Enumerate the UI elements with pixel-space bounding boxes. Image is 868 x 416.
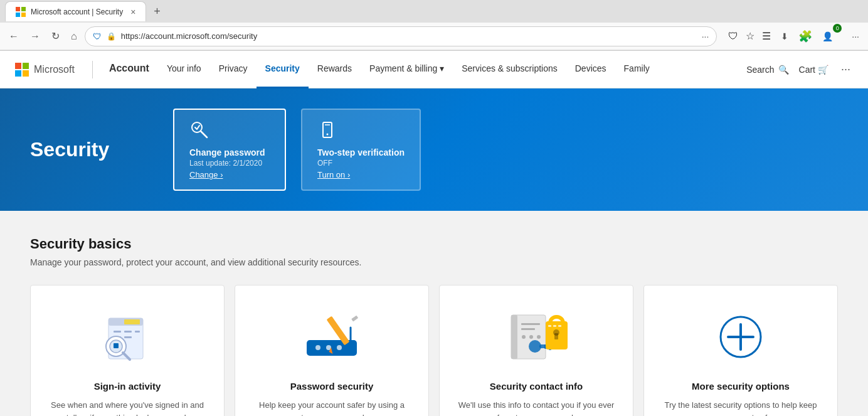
more-security-desc: Try the latest security options to help … bbox=[659, 399, 822, 416]
logo-sq-green bbox=[23, 63, 29, 69]
address-bar-row: ← → ↻ ⌂ 🛡 🔒 ··· 🛡 ☆ ☰ ⬇ 🧩 👤 0 ··· bbox=[0, 23, 868, 50]
favorites-icon[interactable]: ☆ bbox=[743, 28, 757, 45]
extensions-button[interactable]: 🧩 bbox=[795, 27, 816, 46]
svg-rect-2 bbox=[16, 13, 20, 17]
new-tab-button[interactable]: + bbox=[149, 3, 166, 21]
ms-header-right: Search 🔍 Cart 🛒 ··· bbox=[746, 60, 853, 78]
ms-divider bbox=[92, 61, 93, 78]
more-security-card[interactable]: More security options Try the latest sec… bbox=[643, 285, 838, 416]
two-step-subtitle: OFF bbox=[317, 159, 405, 168]
svg-rect-29 bbox=[351, 316, 358, 322]
home-button[interactable]: ⌂ bbox=[67, 28, 81, 45]
hero-cards: Change password Last update: 2/1/2020 Ch… bbox=[173, 109, 421, 191]
svg-rect-12 bbox=[124, 331, 132, 333]
hero-title: Security bbox=[30, 138, 143, 161]
password-security-title: Password security bbox=[290, 381, 374, 392]
refresh-button[interactable]: ↻ bbox=[48, 28, 63, 45]
password-security-card[interactable]: Password security Help keep your account… bbox=[235, 285, 429, 416]
ms-logo[interactable]: Microsoft bbox=[15, 63, 75, 77]
change-password-card[interactable]: Change password Last update: 2/1/2020 Ch… bbox=[173, 109, 286, 191]
extensions-area: 🛡 ☆ ☰ bbox=[726, 28, 773, 45]
extension-shield-icon[interactable]: 🛡 bbox=[726, 28, 741, 45]
password-illustration bbox=[294, 306, 369, 368]
password-security-desc: Help keep your account safer by using a … bbox=[250, 399, 413, 416]
profile-area[interactable]: 👤 0 bbox=[818, 29, 845, 44]
cart-button[interactable]: Cart 🛒 bbox=[799, 65, 828, 75]
address-bar[interactable]: 🛡 🔒 ··· bbox=[85, 26, 717, 46]
two-step-icon bbox=[317, 120, 405, 144]
nav-family[interactable]: Family bbox=[615, 51, 659, 88]
svg-point-35 bbox=[529, 335, 533, 339]
tab-bar: Microsoft account | Security × + bbox=[0, 0, 868, 23]
forward-button[interactable]: → bbox=[26, 28, 44, 45]
cart-label: Cart bbox=[799, 65, 815, 75]
header-more-button[interactable]: ··· bbox=[839, 60, 853, 78]
logo-sq-yellow bbox=[23, 70, 29, 77]
nav-services-subscriptions[interactable]: Services & subscriptions bbox=[453, 51, 566, 88]
svg-rect-33 bbox=[521, 328, 535, 330]
search-button[interactable]: Search 🔍 bbox=[746, 65, 788, 75]
svg-rect-31 bbox=[511, 315, 517, 359]
browser-chrome: Microsoft account | Security × + ← → ↻ ⌂… bbox=[0, 0, 868, 51]
svg-point-36 bbox=[537, 335, 541, 339]
tab-title: Microsoft account | Security bbox=[31, 8, 123, 16]
back-button[interactable]: ← bbox=[5, 28, 23, 45]
security-contact-card[interactable]: Security contact info We'll use this inf… bbox=[439, 285, 633, 416]
svg-point-25 bbox=[337, 345, 342, 350]
active-tab[interactable]: Microsoft account | Security × bbox=[5, 1, 146, 21]
tab-favicon bbox=[16, 7, 26, 17]
svg-rect-45 bbox=[548, 325, 551, 327]
change-password-subtitle: Last update: 2/1/2020 bbox=[189, 159, 270, 168]
svg-rect-46 bbox=[553, 325, 556, 327]
svg-rect-47 bbox=[558, 325, 561, 327]
svg-rect-20 bbox=[124, 319, 140, 324]
reader-view-icon[interactable]: ☰ bbox=[760, 28, 773, 45]
tab-close-button[interactable]: × bbox=[130, 7, 135, 17]
svg-rect-21 bbox=[114, 343, 119, 348]
two-step-title: Two-step verification bbox=[317, 147, 405, 157]
change-password-link[interactable]: Change › bbox=[189, 170, 270, 179]
change-password-title: Change password bbox=[189, 147, 270, 157]
svg-rect-15 bbox=[124, 336, 132, 338]
security-contact-desc: We'll use this info to contact you if yo… bbox=[455, 399, 618, 416]
nav-payment-billing[interactable]: Payment & billing ▾ bbox=[361, 51, 453, 88]
nav-devices[interactable]: Devices bbox=[566, 51, 615, 88]
nav-security[interactable]: Security bbox=[257, 51, 309, 88]
change-password-icon bbox=[189, 120, 270, 144]
nav-rewards[interactable]: Rewards bbox=[309, 51, 361, 88]
ms-logo-text: Microsoft bbox=[34, 64, 75, 75]
search-label: Search bbox=[746, 65, 774, 75]
ms-logo-grid bbox=[15, 63, 29, 77]
contact-illustration bbox=[499, 306, 574, 368]
nav-privacy[interactable]: Privacy bbox=[210, 51, 257, 88]
two-step-card[interactable]: Two-step verification OFF Turn on › bbox=[301, 109, 421, 191]
download-button[interactable]: ⬇ bbox=[777, 29, 792, 44]
svg-rect-32 bbox=[521, 323, 540, 325]
section-subtitle: Manage your password, protect your accou… bbox=[30, 257, 838, 267]
cart-icon: 🛒 bbox=[818, 65, 828, 75]
sign-in-activity-card[interactable]: Sign-in activity See when and where you'… bbox=[30, 285, 225, 416]
section-title: Security basics bbox=[30, 236, 838, 252]
ms-header: Microsoft Account Your info Privacy Secu… bbox=[0, 51, 868, 88]
nav-your-info[interactable]: Your info bbox=[158, 51, 210, 88]
security-hero: Security Change password Last update: 2/… bbox=[0, 88, 868, 211]
search-icon: 🔍 bbox=[778, 65, 789, 75]
svg-point-34 bbox=[522, 335, 526, 339]
svg-rect-44 bbox=[554, 333, 558, 339]
logo-sq-red bbox=[15, 63, 21, 69]
sign-in-activity-title: Sign-in activity bbox=[94, 381, 161, 392]
svg-rect-13 bbox=[135, 331, 140, 333]
logo-sq-blue bbox=[15, 70, 21, 77]
content-area: Security basics Manage your password, pr… bbox=[0, 211, 868, 416]
lock-icon: 🔒 bbox=[107, 32, 116, 41]
address-more-icon[interactable]: ··· bbox=[702, 31, 709, 41]
browser-more-button[interactable]: ··· bbox=[848, 29, 863, 44]
two-step-link[interactable]: Turn on › bbox=[317, 170, 405, 179]
svg-point-23 bbox=[315, 345, 320, 350]
svg-point-7 bbox=[327, 134, 329, 136]
more-security-title: More security options bbox=[692, 381, 790, 392]
security-contact-title: Security contact info bbox=[490, 381, 583, 392]
nav-account[interactable]: Account bbox=[100, 51, 158, 88]
url-input[interactable] bbox=[121, 31, 697, 41]
svg-rect-1 bbox=[21, 7, 26, 11]
